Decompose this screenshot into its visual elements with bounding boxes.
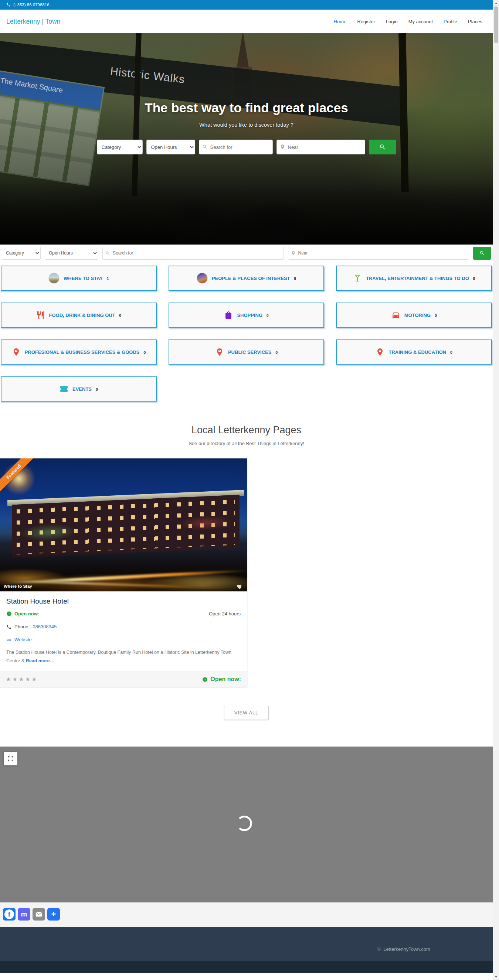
scrollbar[interactable]: ▲ ▼ (493, 0, 499, 980)
site-footer: © LetterkennyTown.com (0, 927, 493, 961)
email-share-button[interactable] (32, 908, 45, 921)
listing-photo[interactable]: Featured Where to Stay (0, 458, 247, 592)
open-now-label: Open now: (14, 611, 39, 617)
facebook-share-button[interactable]: f (3, 908, 16, 921)
category-travel-entertainment[interactable]: TRAVEL, ENTERTAINMENT & THINGS TO DO 0 (336, 266, 492, 291)
category-count: 1 (107, 277, 109, 281)
category-label: WHERE TO STAY (64, 275, 103, 281)
link-icon (6, 637, 11, 643)
clock-icon (202, 677, 208, 682)
category-label: SHOPPING (237, 312, 262, 318)
scroll-down-button[interactable]: ▼ (493, 974, 499, 980)
category-label: TRAINING & EDUCATION (389, 350, 446, 355)
map-pin-icon (376, 348, 384, 356)
rating-stars[interactable]: ★★★★★ (6, 676, 38, 682)
category-grid: WHERE TO STAY 1 PEOPLE & PLACES OF INTER… (1, 266, 492, 401)
category-count: 0 (275, 350, 277, 355)
map-canvas[interactable] (0, 746, 493, 902)
favorite-heart-icon[interactable] (236, 583, 243, 590)
category-food-drink-dining[interactable]: FOOD, DRINK & DINING OUT 0 (1, 302, 157, 328)
cocktail-icon (353, 274, 362, 283)
open-hours-select[interactable]: Open Hours (45, 247, 98, 260)
more-share-button[interactable]: + (47, 908, 60, 921)
plus-share-icon: + (51, 910, 56, 919)
hero-open-hours-select[interactable]: Open Hours (147, 140, 195, 154)
map-pin-icon (280, 144, 285, 150)
category-professional-business-services[interactable]: PROFESIONAL & BUSINESS SERVICES & GOODS … (1, 339, 157, 364)
map-pin-icon (12, 348, 21, 356)
nav-register[interactable]: Register (357, 19, 375, 24)
envelope-icon (35, 910, 43, 918)
open-now-status: Open now: (6, 611, 39, 617)
mastodon-icon: m (21, 910, 27, 918)
photo-hotel-building (12, 495, 239, 558)
category-shopping[interactable]: SHOPPING 0 (169, 302, 325, 328)
search-button[interactable] (473, 247, 491, 260)
clock-icon (6, 611, 12, 617)
footer-bottom-strip (0, 961, 493, 973)
nav-login[interactable]: Login (386, 19, 398, 24)
where-to-stay-photo-icon (48, 273, 59, 284)
category-label: PUBLIC SERVICES (228, 350, 272, 355)
listing-card-footer: ★★★★★ Open now: (0, 671, 247, 687)
car-icon (391, 311, 400, 320)
page: ▲ ▼ (+353) 86 0798816 Letterkenny | Town… (0, 0, 499, 980)
view-all-button[interactable]: VIEW ALL (224, 706, 269, 720)
category-count: 0 (294, 277, 297, 281)
open-now-label: Open now: (210, 676, 241, 682)
category-label: PROFESIONAL & BUSINESS SERVICES & GOODS (25, 350, 140, 355)
open-now-status: Open now: (202, 676, 241, 682)
social-share-bar: f m + (0, 902, 493, 927)
phone-row: Phone: 086308345 (6, 624, 241, 630)
hero-search-input[interactable] (199, 140, 273, 154)
hero-search-button[interactable] (369, 140, 396, 154)
local-pages-section-header: Local Letterkenny Pages See our director… (0, 425, 493, 446)
phone-number-link[interactable]: 086308345 (32, 624, 57, 630)
map-pin-icon (215, 348, 224, 356)
phone-icon (6, 624, 11, 630)
hero-subtitle: What would you like to discover today ? (0, 122, 493, 128)
people-places-photo-icon (197, 273, 208, 284)
site-header: Letterkenny | Town Home Register Login M… (0, 10, 493, 33)
category-count: 0 (96, 388, 98, 391)
category-select[interactable]: Category (2, 247, 41, 260)
category-people-places-of-interest[interactable]: PEOPLE & PLACES OF INTEREST 0 (169, 266, 325, 291)
search-icon (379, 144, 386, 150)
scroll-up-button[interactable]: ▲ (493, 0, 499, 6)
scrollbar-thumb[interactable] (494, 6, 498, 43)
hero-category-select[interactable]: Category (97, 140, 143, 154)
nav-profile[interactable]: Profile (443, 19, 457, 24)
listing-title[interactable]: Station House Hotel (6, 597, 241, 605)
category-motoring[interactable]: MOTORING 0 (336, 302, 492, 328)
ticket-icon (59, 385, 69, 393)
nav-home[interactable]: Home (334, 19, 347, 24)
site-logo[interactable]: Letterkenny | Town (6, 18, 60, 25)
fullscreen-button[interactable] (4, 752, 18, 765)
search-input[interactable] (102, 247, 284, 260)
category-count: 0 (450, 350, 453, 355)
nav-my-account[interactable]: My account (408, 19, 433, 24)
category-public-services[interactable]: PUBLIC SERVICES 0 (169, 339, 325, 364)
listing-category-tag[interactable]: Where to Stay (4, 584, 32, 589)
category-events[interactable]: EVENTS 0 (1, 376, 157, 401)
main-nav: Home Register Login My account Profile P… (334, 19, 482, 24)
website-link[interactable]: Website (14, 637, 32, 643)
category-where-to-stay[interactable]: WHERE TO STAY 1 (1, 266, 157, 291)
topbar-phone-number[interactable]: (+353) 86 0798816 (13, 3, 49, 7)
phone-icon (6, 3, 11, 7)
read-more-link[interactable]: Read more… (26, 658, 54, 663)
map-pin-icon (291, 251, 296, 256)
nav-places[interactable]: Places (468, 19, 482, 24)
copyright-icon: © (377, 946, 381, 952)
category-training-education[interactable]: TRAINING & EDUCATION 0 (336, 339, 492, 364)
category-label: EVENTS (72, 387, 92, 392)
hero-search-bar: Category Open Hours (0, 140, 493, 154)
listing-card[interactable]: Featured Where to Stay Station House Hot… (0, 458, 247, 687)
mastodon-share-button[interactable]: m (18, 908, 30, 921)
secondary-search-bar: Category Open Hours (0, 245, 493, 261)
near-input[interactable] (288, 247, 469, 260)
category-count: 0 (473, 277, 475, 281)
footer-site-name: LetterkennyTown.com (383, 947, 430, 952)
website-row: Website (6, 637, 241, 643)
hero-near-input[interactable] (276, 140, 365, 154)
